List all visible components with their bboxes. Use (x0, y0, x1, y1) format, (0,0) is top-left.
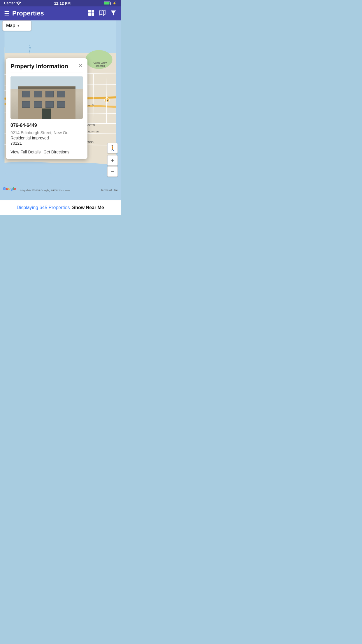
nav-bar: ☰ Properties (0, 6, 121, 20)
svg-text:e Pontch...: e Pontch... (28, 45, 31, 57)
filter-icon[interactable] (110, 10, 117, 18)
svg-rect-4 (88, 10, 91, 13)
zoom-in-button[interactable]: + (107, 155, 118, 166)
terms-link[interactable]: Terms of Use (101, 189, 118, 192)
grid-icon[interactable] (88, 10, 94, 18)
svg-text:Johnson: Johnson (96, 64, 105, 67)
svg-rect-7 (92, 13, 94, 16)
status-bar: Carrier 12:12 PM ⚡ (0, 0, 121, 6)
status-left: Carrier (4, 1, 21, 5)
popup-divider (10, 73, 83, 73)
svg-point-0 (18, 4, 19, 5)
view-full-details-link[interactable]: View Full Details (10, 150, 41, 154)
property-id: 076-64-6449 (10, 123, 83, 128)
dropdown-arrow: ▾ (17, 24, 19, 28)
popup-links: View Full Details Get Directions (10, 150, 83, 154)
street-view-button[interactable]: 🚶 (107, 143, 118, 153)
map-type-dropdown[interactable]: Map ▾ (2, 20, 31, 31)
map-type-label: Map (6, 23, 15, 28)
popup-title: Property Information (10, 63, 76, 70)
svg-rect-6 (88, 13, 91, 16)
property-address: 9214 Edinburgh Street, New Or... (10, 130, 83, 135)
wifi-icon (16, 1, 21, 5)
show-near-me-button[interactable]: Show Near Me (72, 205, 104, 210)
carrier-label: Carrier (4, 1, 15, 5)
battery-icon (104, 1, 111, 5)
status-time: 12:12 PM (54, 1, 71, 6)
status-right: ⚡ (104, 1, 117, 5)
zoom-out-button[interactable]: − (107, 166, 118, 177)
bottom-bar: Displaying 645 Properties Show Near Me (0, 200, 121, 215)
property-image (10, 76, 83, 119)
svg-marker-10 (111, 10, 116, 15)
zoom-controls: 🚶 + − (107, 143, 118, 177)
building-illustration (10, 76, 83, 119)
map-attribution: Map data ©2018 Google, INEGI 2 km —— (20, 189, 70, 192)
nav-right (88, 10, 117, 18)
get-directions-link[interactable]: Get Directions (43, 150, 69, 154)
nav-title: Properties (12, 10, 44, 17)
property-zip: 70121 (10, 141, 83, 146)
popup-header: Property Information ✕ (10, 63, 83, 70)
displaying-count: Displaying 645 Properties (17, 205, 70, 210)
google-logo: Google (3, 186, 19, 192)
svg-rect-2 (110, 3, 111, 4)
svg-text:Google: Google (3, 186, 16, 191)
menu-icon[interactable]: ☰ (4, 10, 9, 17)
map-icon[interactable] (99, 10, 106, 18)
svg-text:39: 39 (106, 99, 108, 102)
svg-rect-3 (104, 2, 109, 4)
svg-text:Camp Leroy: Camp Leroy (94, 61, 107, 64)
popup-close-button[interactable]: ✕ (78, 63, 83, 68)
map-container[interactable]: 90 39 10 10 10 (0, 20, 121, 200)
svg-rect-5 (92, 10, 94, 13)
property-info-popup: Property Information ✕ (6, 58, 87, 159)
nav-left: ☰ Properties (4, 10, 44, 17)
charging-icon: ⚡ (113, 1, 117, 5)
property-type: Residential Improved (10, 136, 83, 140)
